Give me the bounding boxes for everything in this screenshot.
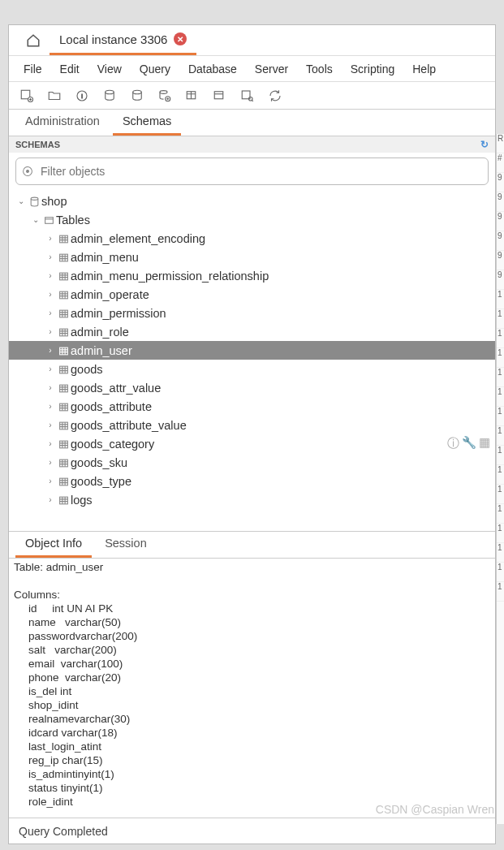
grid-icon[interactable]: ▦: [479, 436, 490, 451]
info-icon[interactable]: ⓘ: [447, 436, 459, 451]
menu-help[interactable]: Help: [404, 59, 444, 79]
table-node-logs[interactable]: ›logs: [9, 490, 495, 509]
edge-cell: 1: [497, 582, 504, 602]
create-table-icon[interactable]: [181, 88, 204, 103]
refresh-icon[interactable]: ↻: [480, 139, 489, 150]
svg-rect-26: [59, 460, 67, 467]
column-row: is_admintinyint(1): [14, 767, 490, 781]
svg-rect-13: [45, 217, 53, 223]
edge-cell: 9: [497, 212, 504, 231]
svg-rect-23: [59, 403, 67, 411]
create-schema-icon[interactable]: [153, 88, 176, 103]
schema-navigator: SCHEMAS ↻ ⦿ ⌄shop⌄Tables›admin_element_e…: [9, 136, 495, 818]
table-node-admin_menu[interactable]: ›admin_menu: [9, 248, 495, 266]
connection-tab-active[interactable]: Local instance 3306 ✕: [50, 25, 196, 55]
inspector-icon[interactable]: i: [71, 88, 93, 103]
reconnect-icon[interactable]: [264, 88, 286, 103]
toolbar: i: [9, 82, 495, 110]
edge-cell: 1: [497, 543, 504, 563]
column-row: passwordvarchar(200): [14, 629, 490, 643]
svg-rect-9: [214, 91, 223, 98]
edge-cell: 1: [497, 387, 504, 407]
tree-label: admin_element_encoding: [71, 232, 205, 245]
schemas-header-label: SCHEMAS: [15, 140, 60, 149]
edge-cell: 1: [497, 485, 504, 504]
svg-rect-20: [59, 347, 67, 355]
tables-folder[interactable]: ⌄Tables: [9, 210, 495, 229]
object-title: Table: admin_user: [14, 560, 490, 574]
table-node-goods_attribute_value[interactable]: ›goods_attribute_value: [9, 416, 495, 434]
search-table-icon[interactable]: [236, 88, 259, 103]
table-node-goods[interactable]: ›goods: [9, 360, 495, 378]
menu-tools[interactable]: Tools: [298, 59, 341, 79]
column-row: id int UN AI PK: [14, 602, 490, 615]
edge-cell: 9: [497, 251, 504, 270]
tree-label: shop: [41, 195, 67, 208]
tab-session[interactable]: Session: [95, 531, 157, 558]
tree-label: admin_user: [71, 344, 132, 357]
edge-cell: 1: [497, 290, 504, 309]
svg-point-4: [106, 90, 114, 94]
create-view-icon[interactable]: [209, 88, 231, 103]
tree-label: goods_attr_value: [71, 382, 161, 395]
menu-query[interactable]: Query: [131, 59, 179, 79]
data-import-icon[interactable]: [98, 88, 121, 103]
table-node-goods_attr_value[interactable]: ›goods_attr_value: [9, 378, 495, 397]
close-icon[interactable]: ✕: [174, 32, 187, 45]
table-node-admin_operate[interactable]: ›admin_operate: [9, 285, 495, 304]
menu-view[interactable]: View: [89, 59, 130, 79]
table-node-admin_user[interactable]: ›admin_user: [9, 341, 495, 360]
menu-file[interactable]: File: [15, 59, 50, 79]
schema-node-shop[interactable]: ⌄shop: [9, 192, 495, 210]
tree-label: goods_attribute: [71, 400, 152, 413]
table-node-goods_type[interactable]: ›goods_type: [9, 472, 495, 490]
svg-point-6: [160, 90, 167, 93]
edge-cell: #: [497, 153, 504, 173]
edge-cell: 1: [497, 407, 504, 426]
column-row: phone varchar(20): [14, 671, 490, 684]
tab-object-info[interactable]: Object Info: [15, 531, 92, 558]
info-tabs: Object Info Session: [9, 531, 495, 558]
search-icon: ⦿: [22, 165, 33, 178]
tree-label: goods_sku: [71, 456, 127, 469]
tree-label: admin_menu: [71, 251, 139, 264]
tab-schemas[interactable]: Schemas: [113, 109, 181, 136]
svg-rect-25: [59, 441, 67, 448]
svg-rect-17: [59, 291, 67, 299]
schema-tree[interactable]: ⌄shop⌄Tables›admin_element_encoding›admi…: [9, 190, 495, 531]
column-row: shop_idint: [14, 698, 490, 712]
tree-label: admin_permission: [71, 307, 166, 320]
svg-point-12: [31, 197, 38, 200]
svg-rect-27: [59, 478, 67, 485]
data-export-icon[interactable]: [126, 88, 149, 103]
table-node-admin_menu_permission_relationship[interactable]: ›admin_menu_permission_relationship: [9, 266, 495, 285]
table-node-admin_element_encoding[interactable]: ›admin_element_encoding: [9, 229, 495, 248]
menu-server[interactable]: Server: [247, 59, 296, 79]
open-sql-icon[interactable]: [43, 88, 66, 103]
tree-label: goods_type: [71, 475, 131, 488]
tree-label: goods: [71, 363, 103, 376]
tool-icon[interactable]: 🔧: [462, 436, 476, 451]
edge-cell: 1: [497, 524, 504, 543]
edge-cell: 1: [497, 348, 504, 368]
edge-cell: 1: [497, 329, 504, 348]
object-info-panel: Table: admin_userColumns:id int UN AI PK…: [9, 558, 495, 818]
table-node-goods_category[interactable]: ›goods_categoryⓘ🔧▦: [9, 434, 495, 453]
table-node-goods_sku[interactable]: ›goods_sku: [9, 453, 495, 472]
edge-cell: 1: [497, 465, 504, 485]
home-icon[interactable]: [17, 33, 50, 48]
status-text: Query Completed: [19, 825, 108, 838]
new-sql-tab-icon[interactable]: [15, 88, 38, 103]
svg-rect-15: [59, 254, 67, 261]
menu-scripting[interactable]: Scripting: [342, 59, 403, 79]
column-row: idcard varchar(18): [14, 726, 490, 740]
menu-database[interactable]: Database: [180, 59, 245, 79]
schemas-header: SCHEMAS ↻: [9, 136, 495, 153]
tab-administration[interactable]: Administration: [15, 109, 110, 136]
menu-edit[interactable]: Edit: [52, 59, 88, 79]
filter-objects-input[interactable]: [15, 157, 489, 185]
svg-point-5: [133, 90, 142, 94]
table-node-goods_attribute[interactable]: ›goods_attribute: [9, 397, 495, 416]
table-node-admin_permission[interactable]: ›admin_permission: [9, 304, 495, 322]
table-node-admin_role[interactable]: ›admin_role: [9, 322, 495, 341]
